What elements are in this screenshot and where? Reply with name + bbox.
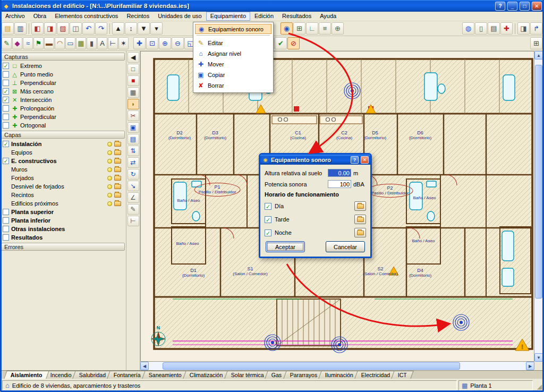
capture-option-row[interactable]: ✚ Ortogonal bbox=[1, 121, 125, 130]
potencia-input[interactable]: 100 bbox=[328, 180, 351, 188]
layer-row[interactable]: Recintos bbox=[1, 191, 125, 199]
separator[interactable] bbox=[27, 23, 31, 35]
paste-tool-button[interactable]: ▤ bbox=[128, 134, 139, 144]
layer-folder-icon[interactable] bbox=[114, 201, 121, 206]
schedule-button[interactable] bbox=[354, 228, 366, 237]
layer-folder-icon[interactable] bbox=[114, 159, 121, 164]
capture-option-row[interactable]: ✓ ⊠ Más cercano bbox=[1, 87, 125, 96]
module-tab[interactable]: Fontanería bbox=[107, 371, 148, 379]
scroll-thumb[interactable] bbox=[163, 362, 460, 370]
help-button[interactable]: ? bbox=[495, 2, 505, 11]
menu-bar-item[interactable]: Elementos constructivos bbox=[50, 12, 122, 21]
layer-folder-icon[interactable] bbox=[114, 176, 121, 181]
context-help-button[interactable]: ↱ bbox=[530, 22, 542, 35]
window-layout-button[interactable]: ◨ bbox=[517, 22, 530, 35]
vertical-scrollbar[interactable] bbox=[534, 51, 543, 362]
move-horizontal-tool-button[interactable]: ⇄ bbox=[128, 157, 139, 168]
schedule-button[interactable] bbox=[354, 215, 366, 224]
more-tools-button[interactable]: ▾ bbox=[150, 22, 163, 35]
menu-item-asignar-nivel[interactable]: ⌂ Asignar nivel bbox=[195, 48, 271, 59]
door-tool-button[interactable]: ◠ bbox=[55, 37, 65, 49]
separator[interactable] bbox=[108, 23, 112, 35]
move-down-button[interactable]: ▼ bbox=[138, 22, 150, 35]
dimension-tool-button[interactable]: ⊢ bbox=[108, 37, 118, 49]
menu-bar-item[interactable]: Archivo bbox=[1, 12, 29, 21]
online-services-button[interactable]: ◍ bbox=[462, 22, 474, 35]
module-tab[interactable]: Aislamiento bbox=[4, 371, 49, 379]
layer-row[interactable]: Planta superior bbox=[1, 208, 125, 216]
resize-grip[interactable] bbox=[534, 380, 542, 390]
move-up-button[interactable]: ▲ bbox=[112, 22, 124, 35]
capture-option-row[interactable]: ⊥ Perpendicular bbox=[1, 79, 125, 87]
plant-list-button[interactable]: ≈ bbox=[23, 37, 33, 49]
menu-bar-item[interactable]: Ayuda bbox=[316, 12, 341, 21]
scroll-down-button[interactable] bbox=[534, 353, 543, 362]
element-info-button[interactable]: ◫ bbox=[70, 22, 82, 35]
checkbox[interactable]: ✓ bbox=[265, 229, 271, 236]
scroll-track[interactable] bbox=[149, 362, 526, 370]
maximize-button[interactable]: □ bbox=[520, 2, 530, 11]
select-tool-button[interactable]: □ bbox=[128, 64, 139, 74]
layer-row[interactable]: ✓ E. constructivos bbox=[1, 157, 125, 165]
aceptar-button[interactable]: Aceptar bbox=[266, 241, 305, 252]
menu-bar-item[interactable]: Recintos bbox=[122, 12, 154, 21]
scroll-thumb[interactable] bbox=[535, 65, 542, 299]
scroll-left-button[interactable] bbox=[140, 362, 149, 370]
canvas-settings-button[interactable]: ⊞ bbox=[530, 37, 542, 49]
menu-bar-item[interactable]: Edición bbox=[250, 12, 278, 21]
menu-item-mover[interactable]: ✚ Mover bbox=[195, 59, 271, 70]
snap-grid-button[interactable]: ⊞ bbox=[293, 22, 305, 35]
edit-points-tool-button[interactable]: ✎ bbox=[128, 204, 139, 215]
layer-row[interactable]: Otras instalaciones bbox=[1, 225, 125, 233]
new-plant-button[interactable]: ◆ bbox=[12, 37, 22, 49]
module-tab[interactable]: ICT bbox=[392, 371, 414, 379]
scroll-right-button[interactable] bbox=[526, 362, 534, 370]
text-tool-button[interactable]: A bbox=[97, 37, 107, 49]
checkbox[interactable]: ✓ bbox=[265, 203, 271, 210]
reference-lines-button[interactable]: ≡ bbox=[319, 22, 331, 35]
layer-folder-icon[interactable] bbox=[114, 193, 121, 198]
collapse-panel-button[interactable]: ◀ bbox=[128, 52, 139, 63]
module-tab[interactable]: Pararrayos bbox=[283, 371, 324, 379]
print-preview-button[interactable]: ▯ bbox=[475, 22, 487, 35]
dialog-help-button[interactable]: ? bbox=[351, 156, 359, 164]
module-tab[interactable]: Iluminación bbox=[318, 371, 360, 379]
ortho-mode-button[interactable]: ∟ bbox=[306, 22, 318, 35]
module-tab[interactable]: Electricidad bbox=[354, 371, 397, 379]
flag-errors-button[interactable]: ⚑ bbox=[33, 37, 44, 49]
move-vertical-tool-button[interactable]: ⇅ bbox=[128, 146, 139, 156]
annotation-tool-button[interactable]: ◗ bbox=[128, 99, 139, 109]
pan-tool-button[interactable]: ✚ bbox=[133, 37, 146, 49]
capture-option-row[interactable]: △ Punto medio bbox=[1, 70, 125, 79]
cancel-operation-button[interactable]: ⊘ bbox=[287, 37, 300, 49]
capture-option-row[interactable]: ✓ ✕ Intersección bbox=[1, 96, 125, 104]
open-button[interactable]: ▤ bbox=[2, 22, 14, 35]
menu-bar-item[interactable]: Resultados bbox=[278, 12, 316, 21]
north-symbol-button[interactable]: ✶ bbox=[118, 37, 129, 49]
copy-tool-button[interactable]: ▣ bbox=[128, 122, 139, 133]
zoom-window-button[interactable]: ⊡ bbox=[146, 37, 158, 49]
layer-row[interactable]: Muros bbox=[1, 165, 125, 174]
checkbox[interactable]: ✓ bbox=[265, 216, 271, 223]
layer-folder-icon[interactable] bbox=[114, 167, 121, 172]
cut-tool-button[interactable]: ✂ bbox=[128, 110, 139, 121]
horizontal-scrollbar[interactable] bbox=[140, 362, 534, 370]
resize-tool-button[interactable]: ↘ bbox=[128, 181, 139, 191]
scroll-track[interactable] bbox=[534, 59, 543, 353]
verify-operation-button[interactable]: ✔ bbox=[275, 37, 287, 49]
edit-plant-button[interactable]: ✎ bbox=[2, 37, 12, 49]
delete-element-button[interactable]: ▨ bbox=[57, 22, 69, 35]
new-element-button[interactable]: ◧ bbox=[31, 22, 44, 35]
redo-button[interactable]: ↷ bbox=[95, 22, 107, 35]
fit-height-button[interactable]: ↕ bbox=[125, 22, 137, 35]
layer-row[interactable]: Forjados bbox=[1, 174, 125, 182]
layer-row[interactable]: Desnivel de forjados bbox=[1, 182, 125, 191]
minimize-button[interactable]: _ bbox=[507, 2, 517, 11]
window-tool-button[interactable]: ▭ bbox=[65, 37, 75, 49]
capture-option-row[interactable]: ✚ Perpendicular bbox=[1, 113, 125, 121]
menu-bar-item[interactable]: Equipamiento bbox=[206, 12, 250, 21]
layer-folder-icon[interactable] bbox=[114, 150, 121, 155]
print-config-button[interactable]: ✚ bbox=[500, 22, 513, 35]
dialog-close-button[interactable]: ✕ bbox=[361, 156, 369, 164]
cancelar-button[interactable]: Cancelar bbox=[326, 241, 365, 252]
